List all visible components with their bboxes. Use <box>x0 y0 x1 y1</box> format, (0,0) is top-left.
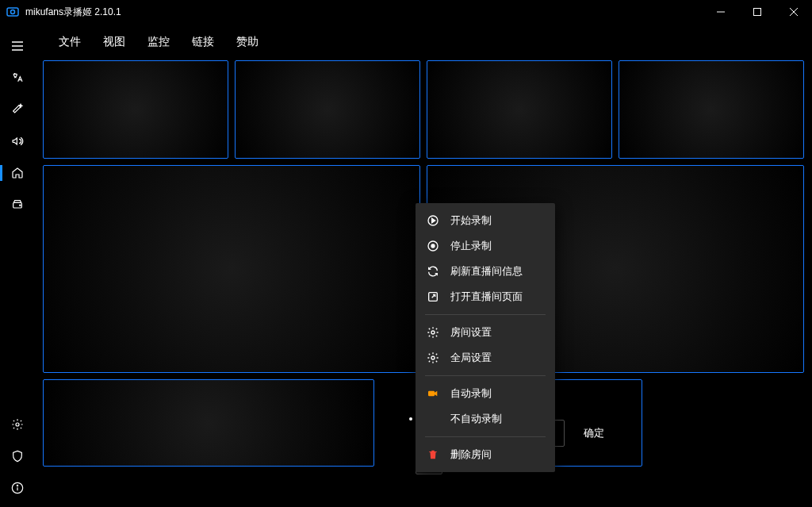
room-card[interactable] <box>43 165 420 373</box>
shield-icon[interactable] <box>0 440 35 472</box>
room-card[interactable] <box>235 60 420 159</box>
refresh-icon <box>427 265 439 278</box>
ctx-delete-room[interactable]: 删除房间 <box>416 442 555 467</box>
stop-icon <box>427 240 439 252</box>
svg-point-11 <box>16 423 19 426</box>
ctx-label: 打开直播间页面 <box>450 290 523 304</box>
ctx-start-record[interactable]: 开始录制 <box>416 208 555 233</box>
ctx-label: 删除房间 <box>450 447 492 462</box>
external-icon <box>427 290 439 303</box>
context-menu: 开始录制 停止录制 刷新直播间信息 打开直播间页面 房间设置 <box>416 203 555 472</box>
ctx-open-page[interactable]: 打开直播间页面 <box>416 284 555 309</box>
translate-icon[interactable] <box>0 62 35 94</box>
ctx-label: 刷新直播间信息 <box>450 264 523 278</box>
room-card[interactable] <box>43 60 228 159</box>
room-card[interactable] <box>43 379 374 467</box>
ctx-no-auto-record[interactable]: 不自动录制 <box>416 406 555 432</box>
menu-view[interactable]: 视图 <box>103 35 125 49</box>
trash-icon <box>427 448 439 461</box>
ctx-label: 房间设置 <box>450 325 492 340</box>
separator <box>425 436 546 437</box>
menu-sponsor[interactable]: 赞助 <box>236 35 259 49</box>
minimize-button[interactable] <box>703 0 739 24</box>
checked-dot-icon <box>409 417 412 421</box>
close-button[interactable] <box>776 0 812 24</box>
ctx-label: 不自动录制 <box>450 412 502 426</box>
titlebar: mikufans录播姬 2.10.1 <box>0 0 812 24</box>
menubar: 文件 视图 监控 链接 赞助 <box>35 24 812 60</box>
app-icon <box>6 6 19 18</box>
svg-point-10 <box>20 205 21 205</box>
svg-point-20 <box>431 244 435 248</box>
ctx-stop-record[interactable]: 停止录制 <box>416 233 555 259</box>
window-title: mikufans录播姬 2.10.1 <box>25 6 703 19</box>
gear-icon <box>427 326 439 339</box>
ctx-room-settings[interactable]: 房间设置 <box>416 320 555 345</box>
svg-point-23 <box>431 356 435 359</box>
info-icon[interactable] <box>0 472 35 504</box>
ctx-refresh[interactable]: 刷新直播间信息 <box>416 259 555 284</box>
camera-icon <box>427 387 439 400</box>
room-card[interactable] <box>427 60 612 159</box>
hamburger-icon[interactable] <box>0 30 35 62</box>
ctx-label: 全局设置 <box>450 351 492 365</box>
ctx-global-settings[interactable]: 全局设置 <box>416 345 555 371</box>
svg-point-1 <box>11 10 15 14</box>
svg-rect-24 <box>428 391 435 397</box>
maximize-button[interactable] <box>739 0 776 24</box>
play-icon <box>427 214 439 227</box>
ctx-auto-record[interactable]: 自动录制 <box>416 381 555 406</box>
gear-icon[interactable] <box>0 409 35 440</box>
ctx-label: 开始录制 <box>450 213 492 228</box>
confirm-button[interactable]: 确定 <box>573 420 615 447</box>
room-grid: 添加房间 确定 开始录制 停止录制 <box>35 60 812 507</box>
separator <box>425 375 546 376</box>
gear-icon <box>427 351 439 364</box>
svg-rect-3 <box>754 9 761 16</box>
megaphone-icon[interactable] <box>0 125 35 157</box>
room-card[interactable] <box>619 60 804 159</box>
menu-file[interactable]: 文件 <box>59 35 81 49</box>
separator <box>425 314 546 315</box>
ctx-label: 自动录制 <box>450 386 492 401</box>
menu-link[interactable]: 链接 <box>192 35 214 49</box>
svg-point-14 <box>17 485 17 486</box>
disk-icon[interactable] <box>0 189 35 221</box>
home-icon[interactable] <box>0 157 35 189</box>
ctx-label: 停止录制 <box>450 239 492 253</box>
svg-rect-0 <box>7 8 18 16</box>
sidebar-rail <box>0 24 35 507</box>
svg-point-22 <box>431 331 435 334</box>
wand-icon[interactable] <box>0 94 35 125</box>
menu-monitor[interactable]: 监控 <box>147 35 170 49</box>
